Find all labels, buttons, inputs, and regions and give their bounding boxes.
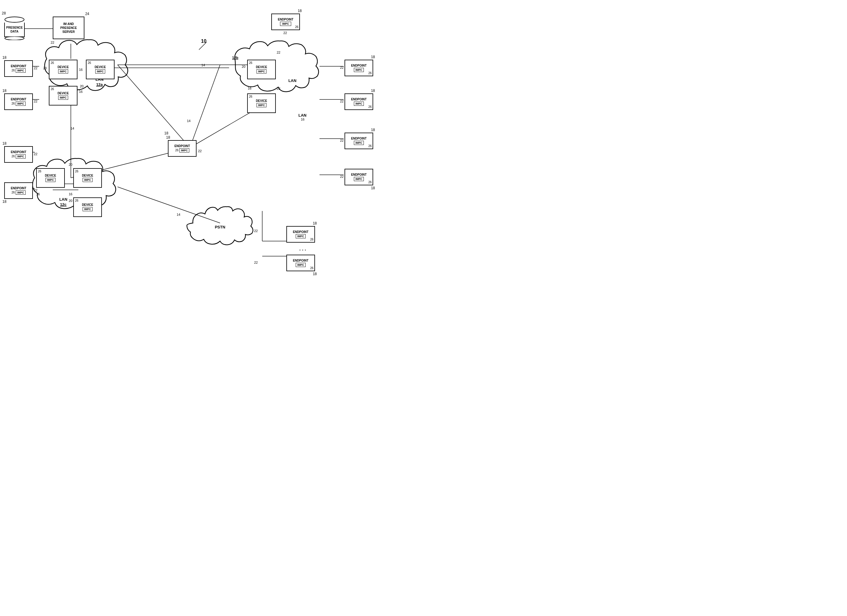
endpoint-label-er1: ENDPOINT xyxy=(351,64,367,67)
impc-er2: IMPC xyxy=(354,102,364,106)
ref-16-b-lan: 16 xyxy=(301,118,304,121)
endpoint-label-el1: ENDPOINT xyxy=(11,65,27,68)
ref-28: 28 xyxy=(2,11,6,15)
svg-line-24 xyxy=(118,187,220,223)
ref-22-lr2: 22 xyxy=(254,261,258,264)
endpoint-right-4: 18 ENDPOINT IMPC 26 xyxy=(345,169,373,185)
ref-26-el1: 26 xyxy=(12,69,15,72)
ref-26-c3: 26 xyxy=(75,199,78,202)
endpoint-lr-2: 18 ENDPOINT IMPC 26 xyxy=(286,255,315,271)
endpoint-top-right: 18 ENDPOINT IMPC 26 xyxy=(271,13,300,30)
ref-26-em: 26 xyxy=(175,149,179,152)
impc-c2: IMPC xyxy=(83,178,93,182)
ref-22-b2: 22 xyxy=(277,87,280,90)
ref-18-lr2: 18 xyxy=(313,272,317,276)
ref-26-er2: 26 xyxy=(368,105,372,109)
ref-20-b1: 20 xyxy=(242,65,245,68)
presence-data-label: PRESENCE DATA xyxy=(6,26,24,34)
device-lan12a-1: 26 DEVICE IMPC xyxy=(49,60,77,79)
svg-text:12c: 12c xyxy=(60,202,66,207)
impc-el3: IMPC xyxy=(16,154,26,159)
ref-12b: 12b xyxy=(232,56,238,60)
ref-26-lr1: 26 xyxy=(310,238,313,241)
ref-26-d2: 26 xyxy=(88,61,91,65)
ref-18-lr1: 18 xyxy=(313,221,317,225)
endpoint-label-lr1: ENDPOINT xyxy=(293,230,308,234)
ref-22-lr1: 22 xyxy=(254,229,258,233)
ref-18-er3: 18 xyxy=(371,128,375,132)
endpoint-right-2: 18 ENDPOINT IMPC 26 xyxy=(345,93,373,110)
ref-26-el3: 26 xyxy=(12,155,15,158)
lan-12b-text: LAN xyxy=(298,113,307,118)
ref-22-c1: 22 xyxy=(34,152,37,156)
device-label-3: DEVICE xyxy=(58,91,69,95)
ref-22-im: 22 xyxy=(51,41,54,44)
device-label-2: DEVICE xyxy=(94,65,106,69)
svg-text:12a: 12a xyxy=(96,82,103,87)
ref-18-em: 18 xyxy=(166,135,170,140)
ref-22-er2: 22 xyxy=(340,99,344,103)
svg-text:LAN: LAN xyxy=(59,197,68,202)
endpoint-label-el4: ENDPOINT xyxy=(11,187,27,190)
ref-26-d3: 26 xyxy=(51,87,54,91)
impc-label-3: IMPC xyxy=(58,96,68,100)
device-label-c2: DEVICE xyxy=(82,174,93,177)
endpoint-label-lr2: ENDPOINT xyxy=(293,259,308,262)
impc-etr: IMPC xyxy=(280,22,291,26)
device-lan12b-1: 26 DEVICE IMPC xyxy=(247,60,276,79)
impc-lr1: IMPC xyxy=(296,234,305,239)
ref-22-er1: 22 xyxy=(340,66,344,69)
svg-point-32 xyxy=(5,37,24,40)
ref-26-etr: 26 xyxy=(295,25,298,29)
ref-22-el4: 22 xyxy=(34,189,37,192)
device-label-b2: DEVICE xyxy=(256,99,267,102)
ref-18-el3: 18 xyxy=(2,141,6,146)
svg-line-20 xyxy=(118,65,190,148)
ref-22-etr: 22 xyxy=(283,31,287,35)
ref-26-el4: 26 xyxy=(12,191,15,194)
impc-el2: IMPC xyxy=(16,102,26,106)
device-lan12c-3: 26 DEVICE IMPC xyxy=(73,197,102,217)
ref-26-el2: 26 xyxy=(12,102,15,105)
ref-16-1: 16 xyxy=(79,68,83,71)
ref-14-2: 14 xyxy=(187,119,190,123)
ref-18-etr: 18 xyxy=(298,9,302,13)
ref-18-el1: 18 xyxy=(2,56,6,60)
impc-er4: IMPC xyxy=(354,177,364,181)
ref-20-c2: 20 xyxy=(69,163,72,167)
endpoint-lr-1: 18 ENDPOINT IMPC 26 xyxy=(286,226,315,243)
im-server-label: IM ANDPRESENCESERVER xyxy=(60,22,77,34)
device-lan12a-3: 26 DEVICE IMPC xyxy=(49,86,77,106)
ref-14-1: 14 xyxy=(201,63,205,67)
ref-20-1: 20 xyxy=(43,66,47,70)
ref-26-b2: 26 xyxy=(249,95,252,98)
ref-18-el2: 18 xyxy=(2,88,6,93)
ref-18-el4: 18 xyxy=(2,199,6,204)
endpoint-label-el2: ENDPOINT xyxy=(11,98,27,101)
ref-26-er3: 26 xyxy=(368,144,372,148)
impc-b2: IMPC xyxy=(257,103,266,107)
ref-22-b1: 22 xyxy=(277,51,280,54)
presence-data-node: 28 PRESENCE DATA xyxy=(4,16,25,40)
ref-16-c1: 16 xyxy=(36,192,40,196)
endpoint-label-etr: ENDPOINT xyxy=(278,18,294,21)
ref-22-el2: 22 xyxy=(34,99,37,103)
device-lan12c-1: 26 DEVICE IMPC xyxy=(36,168,65,188)
impc-label-1: IMPC xyxy=(58,69,68,74)
device-label-c3: DEVICE xyxy=(82,203,93,206)
endpoint-label-el3: ENDPOINT xyxy=(11,150,27,154)
svg-point-31 xyxy=(5,17,24,22)
endpoint-left-1: 18 ENDPOINT 26 IMPC xyxy=(4,60,33,77)
device-lan12a-2: 26 DEVICE IMPC xyxy=(86,60,115,79)
ellipsis: . . . xyxy=(299,246,306,252)
endpoint-left-4: 18 ENDPOINT 26 IMPC xyxy=(4,182,33,199)
ref-26-d1: 26 xyxy=(51,61,54,65)
ref-18-er4: 18 xyxy=(371,186,375,190)
endpoint-label-em: ENDPOINT xyxy=(174,144,190,148)
svg-line-21 xyxy=(190,65,220,148)
endpoint-left-3: 18 ENDPOINT 26 IMPC xyxy=(4,146,33,163)
ref-10: 10 xyxy=(201,38,207,44)
ref-18-er1: 18 xyxy=(371,55,375,59)
impc-er1: IMPC xyxy=(354,68,364,72)
ref-14-3: 14 xyxy=(71,127,74,130)
